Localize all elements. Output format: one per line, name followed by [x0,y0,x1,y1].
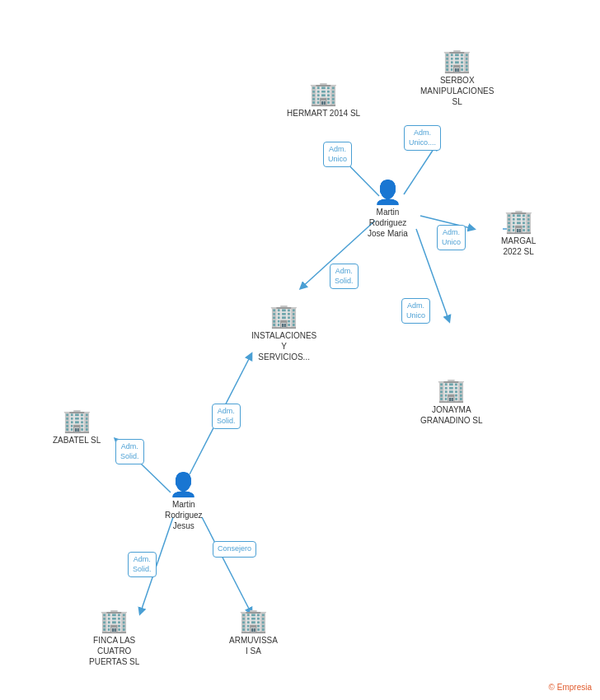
label-jonayma: JONAYMAGRANADINO SL [420,404,483,426]
svg-line-3 [404,144,437,194]
node-zabatel: 🏢 ZABATEL SL [53,409,101,446]
node-hermart: 🏢 HERMART 2014 SL [287,82,360,119]
node-finca: 🏢 FINCA LASCUATROPUERTAS SL [89,609,139,667]
label-finca: FINCA LASCUATROPUERTAS SL [89,635,139,667]
label-martin-jesus: MartinRodriguezJesus [165,499,203,531]
watermark: © Empresia [549,683,592,692]
building-icon-instalaciones: 🏢 [270,305,298,328]
building-icon-armuvissa: 🏢 [239,609,268,632]
building-icon-hermart: 🏢 [309,82,338,105]
building-icon-zabatel: 🏢 [63,409,91,432]
node-serbox: 🏢 SERBOXMANIPULACIONESSL [420,49,494,107]
badge-adm-unico-margal: Adm.Unico [437,225,466,250]
label-margal: MARGAL2022 SL [501,236,536,257]
badge-consejero-armuvissa: Consejero [213,541,256,558]
badge-adm-unico-hermart: Adm.Unico [323,142,352,167]
watermark-brand: Empresia [557,683,592,692]
building-icon-finca: 🏢 [100,609,129,632]
badge-adm-solid-instalaciones: Adm.Solid. [330,264,359,289]
badge-adm-solid-finca: Adm.Solid. [128,552,157,577]
label-martin-jose: MartinRodriguezJose Maria [368,207,408,239]
badge-adm-unico-jonayma: Adm.Unico [401,298,430,324]
building-icon-margal: 🏢 [504,210,533,233]
node-martin-jose: 👤 MartinRodriguezJose Maria [368,181,408,239]
label-serbox: SERBOXMANIPULACIONESSL [420,75,494,107]
node-margal: 🏢 MARGAL2022 SL [501,210,536,257]
badge-adm-unico-serbox: Adm.Unico.... [404,125,441,151]
badge-adm-solid-martin: Adm.Solid. [212,404,241,429]
person-icon-martin-jesus: 👤 [169,474,198,497]
node-martin-jesus: 👤 MartinRodriguezJesus [165,474,203,531]
label-hermart: HERMART 2014 SL [287,108,360,119]
node-jonayma: 🏢 JONAYMAGRANADINO SL [420,379,483,426]
svg-line-11 [202,517,251,614]
label-instalaciones: INSTALACIONESYSERVICIOS... [251,330,316,362]
watermark-copyright: © [549,683,555,692]
badge-adm-solid-zabatel: Adm.Solid. [115,439,144,464]
building-icon-serbox: 🏢 [443,49,471,72]
node-armuvissa: 🏢 ARMUVISSAI SA [229,609,278,656]
node-instalaciones: 🏢 INSTALACIONESYSERVICIOS... [251,305,316,362]
label-armuvissa: ARMUVISSAI SA [229,635,278,656]
person-icon-martin-jose: 👤 [373,181,402,204]
label-zabatel: ZABATEL SL [53,435,101,446]
building-icon-jonayma: 🏢 [437,379,466,402]
